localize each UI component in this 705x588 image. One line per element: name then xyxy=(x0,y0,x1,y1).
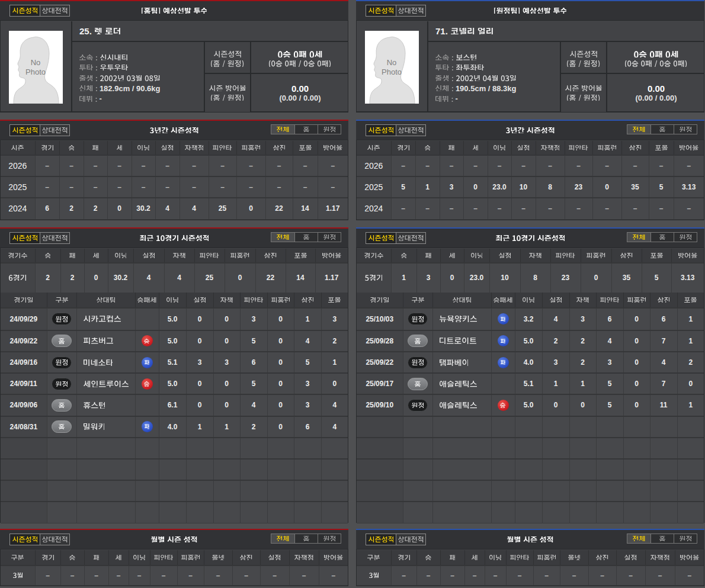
svg-text:Photo: Photo xyxy=(25,68,46,76)
svg-text:No: No xyxy=(387,58,397,67)
svg-text:Photo: Photo xyxy=(382,68,402,76)
svg-text:No: No xyxy=(31,58,41,67)
